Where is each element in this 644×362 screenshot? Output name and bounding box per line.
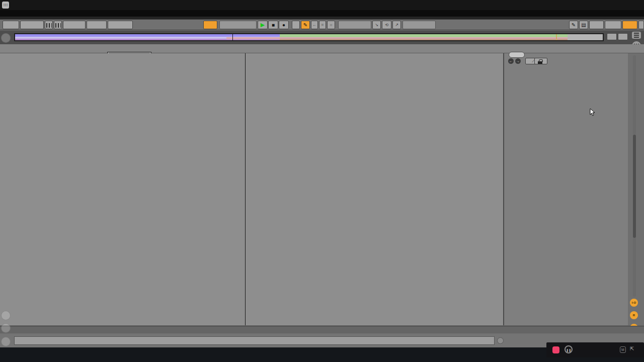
next-locator-button[interactable]: → (515, 58, 521, 64)
loop-start-field[interactable] (338, 21, 371, 29)
recorder-expand-icon[interactable]: ⇱ (630, 346, 634, 351)
punch-out-button[interactable]: ↗ (392, 21, 401, 29)
set-locator-button[interactable] (509, 52, 525, 58)
metronome-button[interactable] (87, 21, 107, 29)
midi-overdub-button[interactable]: ✎ (301, 21, 310, 29)
computer-midi-keyboard-button[interactable]: ▤ (579, 21, 588, 29)
fixed-grid-button[interactable]: ⌗ (319, 21, 326, 29)
recorder-stop-button[interactable] (552, 346, 559, 353)
play-button[interactable]: ▶ (258, 21, 268, 29)
ableton-live-window: ᎒᎒᎒ ▶ ■ ● ✎ ← ⌗ ○ ↘ ⟲ ↗ ✎ ▤ (0, 0, 644, 362)
title-bar: ᎒᎒᎒ (0, 0, 644, 10)
mouse-cursor (590, 109, 596, 117)
quantization-menu[interactable] (108, 21, 133, 29)
optimize-height-button[interactable] (607, 33, 617, 40)
follow-button[interactable] (203, 21, 217, 29)
back-to-arrangement-button[interactable]: ← (311, 21, 318, 29)
screen-recorder-overlay: ❚❚ M ⇱ (546, 342, 644, 357)
status-text (14, 336, 495, 345)
io-section-toggle[interactable]: I-O (630, 299, 638, 307)
arrangement-position-display[interactable] (219, 21, 257, 29)
recorder-pause-button[interactable]: ❚❚ (565, 345, 573, 353)
hamburger-menu-icon[interactable] (632, 32, 641, 39)
app-icon: ᎒᎒᎒ (2, 2, 9, 9)
close-button[interactable] (627, 0, 644, 10)
stop-button[interactable]: ■ (268, 21, 278, 29)
scrollbar-thumb[interactable] (633, 135, 636, 238)
recorder-watermark-icon (1, 33, 11, 43)
menu-bar (0, 10, 644, 17)
recorder-badge-icon[interactable]: M (620, 346, 626, 353)
disk-overload-indicator (638, 21, 644, 29)
draw-mode-button[interactable]: ✎ (569, 21, 578, 29)
recorder-side-icon[interactable] (1, 337, 11, 346)
draw-circle-button[interactable]: ○ (327, 21, 335, 29)
nudge-down-button[interactable] (45, 21, 53, 29)
loop-button[interactable]: ⟲ (382, 21, 391, 29)
cpu-meter (622, 21, 637, 29)
nudge-up-button[interactable] (54, 21, 62, 29)
tap-tempo-button[interactable] (3, 21, 19, 29)
new-scene-button[interactable] (292, 21, 300, 29)
midi-map-button[interactable] (605, 21, 621, 29)
info-circle-icon (497, 337, 504, 344)
punch-in-button[interactable]: ↘ (372, 21, 381, 29)
arrangement-area[interactable] (0, 53, 503, 325)
key-map-button[interactable] (589, 21, 604, 29)
recorder-side-icon[interactable] (1, 323, 11, 333)
zoom-level-indicator (491, 318, 503, 325)
minimize-button[interactable] (593, 0, 610, 10)
returns-section-toggle[interactable]: R (630, 311, 638, 319)
recorder-side-icon[interactable] (1, 311, 11, 320)
loop-length-field[interactable] (403, 21, 436, 29)
maximize-button[interactable] (610, 0, 627, 10)
overview-playhead (232, 34, 233, 40)
transport-bar: ▶ ■ ● ✎ ← ⌗ ○ ↘ ⟲ ↗ ✎ ▤ (0, 19, 644, 30)
time-ruler[interactable] (0, 326, 644, 333)
optimize-width-button[interactable] (618, 33, 628, 40)
track-header-panel (503, 53, 628, 325)
playhead (245, 53, 246, 325)
time-signature-field[interactable] (63, 21, 86, 29)
tempo-field[interactable] (20, 21, 44, 29)
arrangement-overview[interactable] (14, 33, 604, 41)
record-button[interactable]: ● (279, 21, 289, 29)
lock-envelopes-icon[interactable] (534, 58, 547, 64)
previous-locator-button[interactable]: ← (508, 58, 514, 64)
beat-time-ruler[interactable] (0, 44, 644, 53)
